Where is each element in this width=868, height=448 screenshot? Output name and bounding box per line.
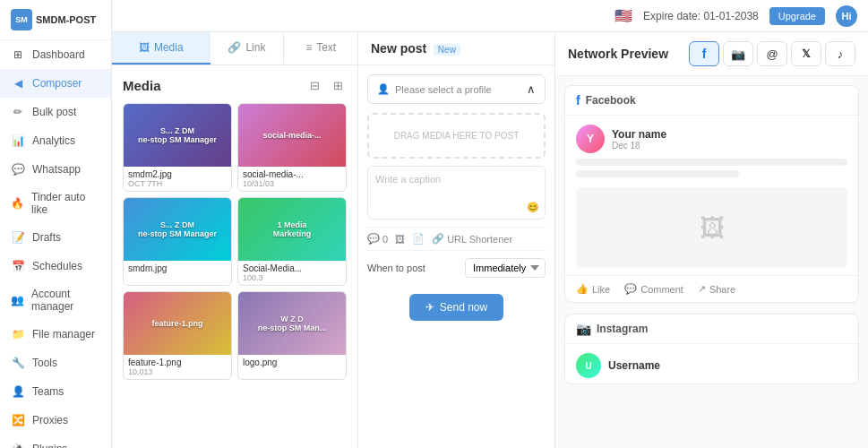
preview-title: Network Preview	[568, 47, 668, 61]
media-tool[interactable]: 🖼	[395, 234, 405, 245]
when-select[interactable]: Immediately Schedule Draft	[465, 258, 546, 278]
instagram-network-name: Instagram	[597, 323, 648, 335]
comment-button[interactable]: 💬 Comment	[624, 283, 683, 295]
sidebar-label-proxies: Proxies	[32, 414, 68, 426]
chevron-up-icon: ∧	[527, 82, 536, 96]
flag-icon: 🇺🇸	[614, 7, 632, 24]
caption-input[interactable]: Write a caption 😊	[367, 166, 546, 220]
list-item[interactable]: feature-1.png feature-1.png 10.013	[123, 291, 232, 380]
preview-content: f Facebook Y Your name Dec 18	[555, 76, 868, 448]
sidebar-label-schedules: Schedules	[32, 260, 82, 272]
network-preview-panel: Network Preview f 📷 @ 𝕏 ♪ f Facebook	[555, 32, 868, 448]
like-button[interactable]: 👍 Like	[576, 283, 610, 295]
topbar: 🇺🇸 Expire date: 01-01-2038 Upgrade Hi	[112, 0, 868, 32]
facebook-preview-card: f Facebook Y Your name Dec 18	[564, 85, 859, 303]
profile-select-dropdown[interactable]: 👤 Please select a profile ∧	[367, 74, 546, 104]
sidebar-item-tools[interactable]: 🔧 Tools	[0, 349, 111, 377]
tab-facebook[interactable]: f	[689, 41, 719, 66]
emoji-icon[interactable]: 😊	[527, 202, 539, 213]
url-shortener-tool[interactable]: 🔗 URL Shortener	[432, 233, 512, 245]
user-name: Your name	[612, 128, 666, 141]
hi-button[interactable]: Hi	[836, 5, 857, 27]
media-thumbnail: W Z Dne-stop SM Man...	[238, 292, 346, 355]
file-tool[interactable]: 📄	[412, 233, 425, 245]
comment-tool[interactable]: 💬 0	[367, 233, 388, 245]
list-item[interactable]: S... Z DMne-stop SM Manager smdm2.jpg OC…	[123, 103, 232, 192]
post-panel-header: New post New	[358, 32, 554, 65]
list-item[interactable]: S... Z DMne-stop SM Manager smdm.jpg	[123, 197, 232, 286]
post-panel-title: New post	[371, 41, 426, 56]
drag-media-area[interactable]: DRAG MEDIA HERE TO POST	[367, 113, 546, 159]
media-filename: feature-1.png	[128, 358, 227, 367]
when-label: When to post	[367, 263, 425, 273]
sidebar-label-account-manager: Account manager	[31, 288, 100, 313]
tab-media[interactable]: 🖼 Media	[112, 32, 211, 65]
comment-count: 0	[382, 234, 388, 245]
media-filename: social-media-...	[243, 169, 341, 179]
comment-icon: 💬	[624, 283, 637, 295]
sidebar-item-proxies[interactable]: 🔀 Proxies	[0, 406, 111, 435]
image-placeholder: 🖼	[576, 187, 847, 268]
share-button[interactable]: ↗ Share	[698, 283, 735, 295]
new-post-panel: New post New 👤 Please select a profile ∧…	[358, 32, 555, 448]
facebook-actions: 👍 Like 💬 Comment ↗ Share	[565, 275, 858, 302]
list-item[interactable]: social-media-... social-media-... 10/31/…	[237, 103, 347, 192]
file-manager-icon: 📁	[11, 327, 25, 341]
send-now-button[interactable]: ✈ Send now	[409, 294, 503, 321]
media-date: OCT 7TH	[128, 179, 227, 188]
tab-threads[interactable]: @	[757, 41, 787, 66]
skeleton-content	[565, 159, 858, 187]
sidebar-item-dashboard[interactable]: ⊞ Dashboard	[0, 40, 111, 69]
tab-link[interactable]: 🔗 Link	[211, 32, 284, 65]
grid-view-icon[interactable]: ⊟	[305, 76, 323, 94]
media-filename: smdm2.jpg	[128, 169, 227, 179]
app-name: SMDM-POST	[36, 14, 96, 25]
file-icon: 📄	[412, 233, 425, 245]
media-thumbnail: S... Z DMne-stop SM Manager	[124, 198, 231, 261]
analytics-icon: 📊	[11, 134, 25, 148]
logo-icon: SM	[11, 9, 32, 30]
sidebar-item-file-manager[interactable]: 📁 File manager	[0, 320, 111, 349]
instagram-card-header: 📷 Instagram	[565, 314, 858, 344]
sidebar-label-file-manager: File manager	[32, 328, 95, 340]
sidebar-item-tinder[interactable]: 🔥 Tinder auto like	[0, 184, 111, 223]
image-placeholder-icon: 🖼	[700, 213, 725, 243]
tab-twitter[interactable]: 𝕏	[791, 41, 821, 66]
sidebar-item-bulk-post[interactable]: ✏ Bulk post	[0, 98, 111, 126]
sidebar-item-account-manager[interactable]: 👥 Account manager	[0, 280, 111, 320]
caption-placeholder: Write a caption	[375, 174, 441, 185]
whatsapp-icon: 💬	[11, 162, 25, 177]
proxies-icon: 🔀	[11, 413, 25, 427]
list-item[interactable]: W Z Dne-stop SM Man... logo.png	[237, 291, 347, 380]
bulk-post-icon: ✏	[11, 105, 25, 119]
dashboard-icon: ⊞	[11, 47, 25, 62]
sidebar-item-whatsapp[interactable]: 💬 Whatsapp	[0, 155, 111, 184]
network-tabs: f 📷 @ 𝕏 ♪	[689, 41, 855, 66]
sidebar-item-teams[interactable]: 👤 Teams	[0, 377, 111, 406]
upgrade-button[interactable]: Upgrade	[769, 7, 825, 25]
tab-instagram[interactable]: 📷	[723, 41, 753, 66]
sidebar-item-plugins[interactable]: 🔌 Plugins	[0, 435, 111, 448]
share-label: Share	[709, 284, 735, 295]
instagram-preview-card: 📷 Instagram U Username	[564, 314, 859, 384]
avatar: Y	[576, 125, 605, 153]
media-grid: S... Z DMne-stop SM Manager smdm2.jpg OC…	[123, 103, 347, 380]
comment-label: Comment	[640, 284, 683, 295]
tab-text[interactable]: ≡ Text	[283, 32, 357, 65]
media-date: 10.013	[128, 367, 227, 376]
sidebar-item-drafts[interactable]: 📝 Drafts	[0, 223, 111, 252]
like-label: Like	[592, 284, 610, 295]
list-item[interactable]: 1 MediaMarketing Social-Media... 100.3	[237, 197, 347, 286]
sidebar-label-composer: Composer	[32, 77, 82, 90]
sidebar-item-analytics[interactable]: 📊 Analytics	[0, 126, 111, 155]
facebook-card-header: f Facebook	[565, 86, 858, 116]
sidebar-label-bulk-post: Bulk post	[32, 106, 76, 118]
drag-text: DRAG MEDIA HERE TO POST	[394, 131, 520, 141]
post-form: 👤 Please select a profile ∧ DRAG MEDIA H…	[358, 65, 554, 448]
sidebar-item-composer[interactable]: ◀ Composer	[0, 69, 111, 98]
sidebar-label-tinder: Tinder auto like	[31, 191, 100, 216]
tab-tiktok[interactable]: ♪	[825, 41, 855, 66]
list-view-icon[interactable]: ⊞	[329, 76, 347, 94]
when-to-post-row: When to post Immediately Schedule Draft	[367, 250, 546, 285]
sidebar-item-schedules[interactable]: 📅 Schedules	[0, 252, 111, 280]
